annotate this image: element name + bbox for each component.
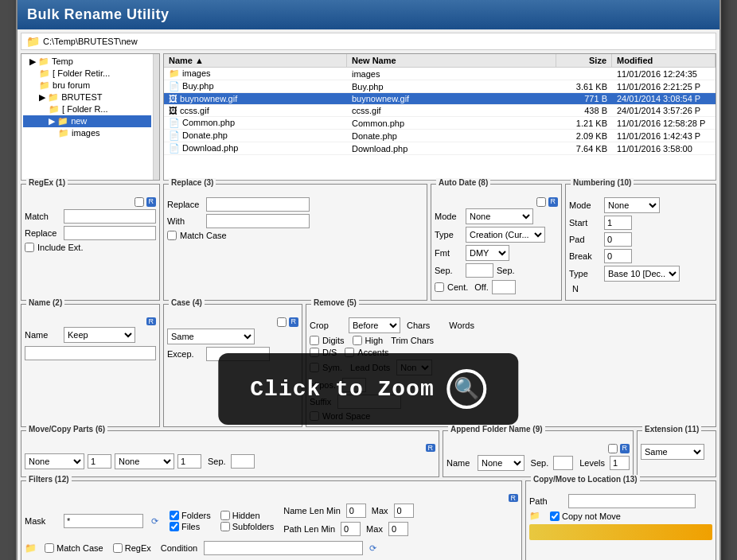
remove-atpos-input[interactable] bbox=[342, 378, 366, 392]
extension-select[interactable]: Same bbox=[641, 444, 704, 460]
moveparts-num2[interactable] bbox=[177, 454, 201, 469]
filters-regex-checkbox[interactable] bbox=[113, 543, 123, 553]
remove-wordspace-checkbox[interactable] bbox=[310, 411, 319, 421]
regex-r-badge[interactable]: R bbox=[146, 197, 157, 207]
filters-files-checkbox[interactable] bbox=[170, 522, 179, 531]
table-row[interactable]: 📄 Donate.php Donate.php 2.09 KB 11/01/20… bbox=[164, 130, 716, 142]
tree-item[interactable]: ▶ 📁 BRUTEST bbox=[23, 91, 151, 103]
appendfolder-sep-input[interactable] bbox=[553, 456, 573, 470]
filters-r-badge[interactable]: R bbox=[509, 494, 519, 502]
replace-matchcase-checkbox[interactable] bbox=[167, 231, 177, 240]
col-header-name[interactable]: Name ▲ bbox=[164, 54, 347, 67]
case-r-badge[interactable]: R bbox=[289, 317, 299, 327]
remove-non-select[interactable]: Non bbox=[396, 360, 432, 375]
autodate-fmt-select[interactable]: DMY bbox=[466, 245, 509, 261]
folder-icon: 📁 bbox=[26, 35, 40, 48]
table-row[interactable]: 📄 Buy.php Buy.php 3.61 KB 11/01/2016 2:2… bbox=[164, 80, 716, 93]
with-input[interactable] bbox=[206, 214, 310, 228]
col-header-modified[interactable]: Modified bbox=[612, 54, 716, 67]
copymove-path-input[interactable] bbox=[568, 494, 696, 508]
copymove-folder-icon[interactable]: 📁 bbox=[529, 511, 540, 521]
tree-item[interactable]: 📁 bru forum bbox=[23, 80, 151, 91]
row1: RegEx (1) R Match Replace bbox=[21, 184, 716, 301]
moveparts-sep-input[interactable] bbox=[231, 454, 255, 469]
numbering-start-label: Start bbox=[569, 218, 601, 228]
autodate-sep-input[interactable] bbox=[466, 263, 493, 278]
table-row[interactable]: 📄 Common.php Common.php 1.21 KB 11/01/20… bbox=[164, 117, 716, 130]
name-text-input[interactable] bbox=[25, 346, 156, 360]
remove-ds-checkbox[interactable] bbox=[310, 348, 319, 357]
autodate-mode-select[interactable]: None bbox=[466, 208, 533, 224]
remove-sym-checkbox[interactable] bbox=[310, 363, 319, 372]
case-select[interactable]: Same bbox=[167, 329, 255, 344]
copymove-checkbox[interactable] bbox=[550, 511, 560, 521]
filters-pathlen-max[interactable] bbox=[388, 522, 408, 536]
autodate-type-select[interactable]: Creation (Cur... bbox=[466, 227, 545, 243]
autodate-checkbox[interactable] bbox=[536, 197, 546, 207]
table-row[interactable]: 📄 Download.php Download.php 7.64 KB 11/0… bbox=[164, 142, 716, 155]
filters-folders-label: Folders bbox=[170, 511, 211, 520]
autodate-sep-row: Sep. Sep. bbox=[435, 263, 558, 278]
filters-namelen-min[interactable] bbox=[346, 504, 366, 518]
filters-pathlen-min[interactable] bbox=[341, 522, 361, 536]
regex-checkbox[interactable] bbox=[135, 197, 144, 207]
remove-suffix-input[interactable] bbox=[337, 395, 401, 409]
numbering-start-input[interactable] bbox=[604, 216, 632, 230]
replace-input[interactable] bbox=[206, 197, 310, 212]
regex-match-input[interactable] bbox=[64, 209, 156, 224]
filters-folders-checkbox[interactable] bbox=[170, 511, 179, 520]
tree-item[interactable]: 📁 images bbox=[23, 127, 151, 139]
remove-high-checkbox[interactable] bbox=[353, 336, 362, 345]
remove-accents-checkbox[interactable] bbox=[345, 348, 354, 357]
regex-panel: RegEx (1) R Match Replace bbox=[21, 184, 160, 301]
numbering-type-select[interactable]: Base 10 [Dec... bbox=[604, 266, 680, 282]
name-name-select[interactable]: Keep bbox=[64, 327, 135, 343]
filters-subfolders-checkbox[interactable] bbox=[220, 522, 230, 531]
tree-item[interactable]: ▶ 📁 Temp bbox=[23, 56, 151, 68]
filters-matchcase-checkbox[interactable] bbox=[45, 543, 54, 553]
autodate-cent-checkbox[interactable] bbox=[435, 282, 444, 292]
filters-condition-refresh[interactable]: ⟳ bbox=[369, 543, 376, 554]
tree-item-new[interactable]: ▶ 📁 new bbox=[23, 115, 151, 127]
autodate-r-badge[interactable]: R bbox=[548, 197, 559, 207]
filters-mask-input[interactable] bbox=[64, 514, 143, 528]
moveparts-select2[interactable]: None bbox=[115, 453, 174, 469]
filters-matchcase-label: Match Case bbox=[45, 543, 103, 553]
regex-match-row: Match bbox=[25, 209, 156, 224]
filters-hidden-checkbox[interactable] bbox=[220, 511, 230, 520]
col-header-size[interactable]: Size bbox=[556, 54, 612, 67]
autodate-fmt-label: Fmt bbox=[435, 248, 462, 258]
table-row[interactable]: 🖼 ccss.gif ccss.gif 438 B 24/01/2014 3:5… bbox=[164, 105, 716, 117]
remove-crop-select[interactable]: Before bbox=[349, 317, 400, 333]
remove-checkboxes-row2: D/S Accents bbox=[310, 348, 712, 357]
numbering-type-row: Type Base 10 [Dec... bbox=[569, 266, 712, 282]
tree-scrollbar[interactable] bbox=[153, 54, 159, 180]
appendfolder-levels-input[interactable] bbox=[610, 456, 630, 470]
appendfolder-r-badge[interactable]: R bbox=[620, 444, 630, 453]
moveparts-r-badge[interactable]: R bbox=[426, 444, 436, 452]
filters-namelen-max[interactable] bbox=[394, 504, 414, 518]
case-excep-input[interactable] bbox=[206, 347, 270, 361]
regex-includeext-checkbox[interactable] bbox=[25, 243, 34, 252]
name-r-badge[interactable]: R bbox=[146, 317, 157, 325]
remove-digits-checkbox[interactable] bbox=[310, 336, 319, 345]
tree-item[interactable]: 📁 [ Folder R... bbox=[23, 103, 151, 115]
table-row-selected[interactable]: 🖼 buynownew.gif buynownew.gif 771 B 24/0… bbox=[164, 93, 716, 105]
case-checkbox[interactable] bbox=[277, 317, 287, 327]
moveparts-num1[interactable] bbox=[88, 454, 111, 469]
filters-folder-icon[interactable]: 📁 bbox=[25, 542, 37, 554]
numbering-mode-select[interactable]: None bbox=[604, 197, 660, 213]
appendfolder-name-select[interactable]: None bbox=[478, 455, 524, 471]
tree-item[interactable]: 📁 [ Folder Retir... bbox=[23, 68, 151, 80]
table-row[interactable]: 📁 images images 11/01/2016 12:24:35 bbox=[164, 68, 716, 80]
moveparts-select1[interactable]: None bbox=[25, 453, 84, 469]
filters-condition-input[interactable] bbox=[204, 541, 363, 555]
numbering-break-input[interactable] bbox=[604, 249, 632, 263]
regex-replace-input[interactable] bbox=[64, 226, 156, 240]
col-header-newname[interactable]: New Name bbox=[347, 54, 556, 67]
filters-refresh-icon[interactable]: ⟳ bbox=[151, 516, 158, 527]
autodate-off-input[interactable] bbox=[492, 280, 516, 294]
numbering-pad-input[interactable] bbox=[604, 232, 632, 247]
appendfolder-checkbox[interactable] bbox=[608, 444, 618, 453]
main-area: ▶ 📁 Temp 📁 [ Folder Retir... 📁 bru forum… bbox=[21, 53, 716, 181]
